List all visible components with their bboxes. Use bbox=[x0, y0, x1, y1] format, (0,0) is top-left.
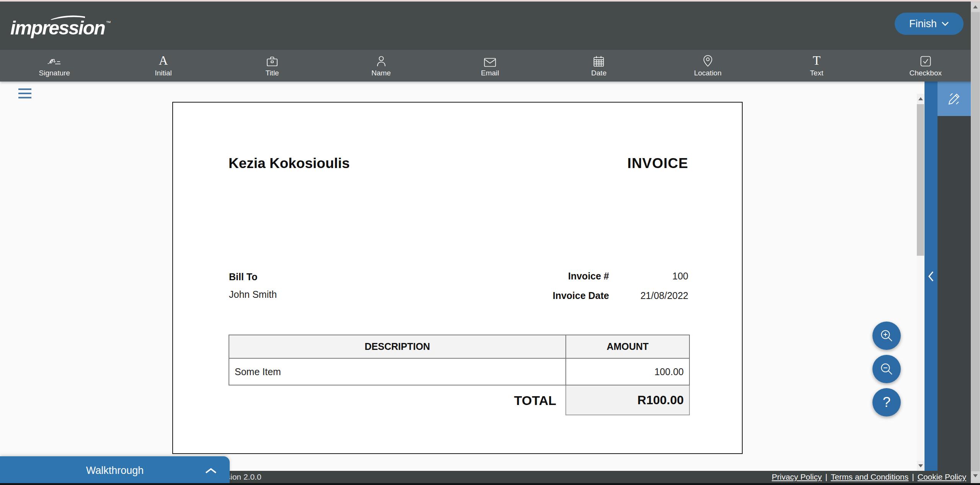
question-mark-icon: ? bbox=[883, 394, 891, 410]
invoice-number-label: Invoice # bbox=[568, 271, 609, 282]
legal-links: Privacy Policy | Terms and Conditions | … bbox=[772, 472, 966, 482]
terms-and-conditions-link[interactable]: Terms and Conditions bbox=[831, 472, 908, 482]
app-window: impression™ Finish Signature bbox=[0, 0, 980, 485]
signature-icon bbox=[47, 54, 61, 67]
document-canvas: Kezia Kokosioulis INVOICE Bill To John S… bbox=[0, 82, 980, 471]
tool-title[interactable]: Title bbox=[218, 50, 327, 82]
finish-button[interactable]: Finish bbox=[895, 13, 964, 35]
scroll-down-arrow[interactable] bbox=[917, 461, 924, 471]
zoom-out-button[interactable] bbox=[872, 355, 901, 383]
privacy-policy-link[interactable]: Privacy Policy bbox=[772, 472, 822, 482]
logo-trademark: ™ bbox=[106, 20, 111, 26]
person-icon bbox=[376, 54, 387, 67]
invoice-date-row: Invoice Date 21/08/2022 bbox=[553, 290, 688, 301]
map-pin-icon bbox=[703, 54, 713, 67]
item-description-cell: Some Item bbox=[229, 359, 566, 385]
sender-name: Kezia Kokosioulis bbox=[229, 155, 350, 171]
tool-initial[interactable]: A Initial bbox=[109, 50, 217, 82]
tool-date[interactable]: Date bbox=[544, 50, 653, 82]
tool-label: Name bbox=[371, 69, 391, 77]
briefcase-icon bbox=[266, 54, 278, 67]
floating-controls: ? bbox=[872, 322, 901, 421]
amount-column-header: AMOUNT bbox=[566, 335, 689, 358]
tool-label: Email bbox=[481, 69, 499, 77]
invoice-meta: Invoice # 100 Invoice Date 21/08/2022 bbox=[553, 271, 688, 310]
window-scrollbar-thumb[interactable] bbox=[971, 12, 980, 472]
zoom-in-button[interactable] bbox=[872, 322, 901, 350]
impression-logo: impression™ bbox=[10, 11, 111, 39]
pencil-design-icon bbox=[946, 91, 962, 107]
link-separator: | bbox=[825, 472, 827, 482]
document-scrollbar[interactable] bbox=[917, 94, 924, 471]
invoice-date-value: 21/08/2022 bbox=[609, 290, 688, 301]
invoice-page: Kezia Kokosioulis INVOICE Bill To John S… bbox=[172, 102, 743, 454]
tool-label: Initial bbox=[155, 69, 172, 77]
line-items-table: DESCRIPTION AMOUNT Some Item 100.00 TOTA… bbox=[229, 335, 690, 415]
calendar-icon bbox=[593, 54, 604, 67]
help-button[interactable]: ? bbox=[872, 388, 901, 416]
tool-label: Checkbox bbox=[909, 69, 942, 77]
tool-email[interactable]: Email bbox=[436, 50, 544, 82]
tool-checkbox[interactable]: Checkbox bbox=[871, 50, 980, 82]
document-type-title: INVOICE bbox=[627, 155, 688, 171]
chevron-down-icon bbox=[941, 21, 949, 26]
design-tool-tab[interactable] bbox=[938, 82, 971, 116]
tool-label: Title bbox=[265, 69, 279, 77]
window-scroll-down-arrow[interactable] bbox=[971, 471, 980, 480]
window-scroll-up-arrow[interactable] bbox=[971, 2, 980, 11]
window-top-edge bbox=[0, 0, 980, 2]
bill-to-label: Bill To bbox=[229, 271, 258, 283]
envelope-icon bbox=[484, 54, 496, 67]
chevron-left-icon bbox=[928, 270, 934, 283]
invoice-number-row: Invoice # 100 bbox=[553, 271, 688, 282]
document-scrollbar-thumb[interactable] bbox=[917, 104, 924, 256]
total-label: TOTAL bbox=[229, 385, 565, 415]
bill-to-name: John Smith bbox=[229, 289, 277, 300]
table-header-row: DESCRIPTION AMOUNT bbox=[229, 335, 690, 359]
initial-icon: A bbox=[159, 54, 168, 67]
finish-button-label: Finish bbox=[909, 18, 937, 30]
invoice-number-value: 100 bbox=[609, 271, 688, 282]
logo-text: impression bbox=[10, 17, 105, 39]
total-amount-cell: R100.00 bbox=[565, 385, 690, 415]
tool-name[interactable]: Name bbox=[327, 50, 435, 82]
tool-label: Text bbox=[810, 69, 823, 77]
tool-text[interactable]: T Text bbox=[762, 50, 871, 82]
description-column-header: DESCRIPTION bbox=[229, 335, 566, 358]
checkbox-icon bbox=[920, 54, 931, 67]
text-icon: T bbox=[813, 54, 820, 67]
walkthrough-label: Walkthrough bbox=[86, 465, 144, 477]
right-side-panel bbox=[938, 82, 971, 471]
tool-label: Signature bbox=[39, 69, 70, 77]
link-separator: | bbox=[912, 472, 914, 482]
item-amount-cell: 100.00 bbox=[566, 359, 689, 385]
tool-location[interactable]: Location bbox=[653, 50, 762, 82]
panel-collapse-rail[interactable] bbox=[924, 82, 938, 471]
window-scrollbar[interactable] bbox=[971, 2, 980, 483]
tool-label: Location bbox=[694, 69, 722, 77]
table-total-row: TOTAL R100.00 bbox=[229, 385, 690, 415]
app-header: impression™ Finish bbox=[0, 2, 980, 50]
cookie-policy-link[interactable]: Cookie Policy bbox=[918, 472, 966, 482]
zoom-in-icon bbox=[879, 328, 894, 343]
table-row: Some Item 100.00 bbox=[229, 359, 690, 385]
logo-swoosh-icon bbox=[50, 15, 85, 20]
tool-label: Date bbox=[591, 69, 606, 77]
window-bottom-edge bbox=[0, 483, 980, 485]
invoice-date-label: Invoice Date bbox=[553, 290, 609, 301]
tool-signature[interactable]: Signature bbox=[0, 50, 109, 82]
scroll-up-arrow[interactable] bbox=[917, 94, 924, 104]
fields-toolbar: Signature A Initial Title bbox=[0, 50, 980, 82]
zoom-out-icon bbox=[879, 362, 894, 376]
walkthrough-tray[interactable]: Walkthrough bbox=[0, 456, 230, 485]
menu-hamburger-icon[interactable] bbox=[18, 88, 31, 101]
chevron-up-icon bbox=[204, 467, 217, 474]
